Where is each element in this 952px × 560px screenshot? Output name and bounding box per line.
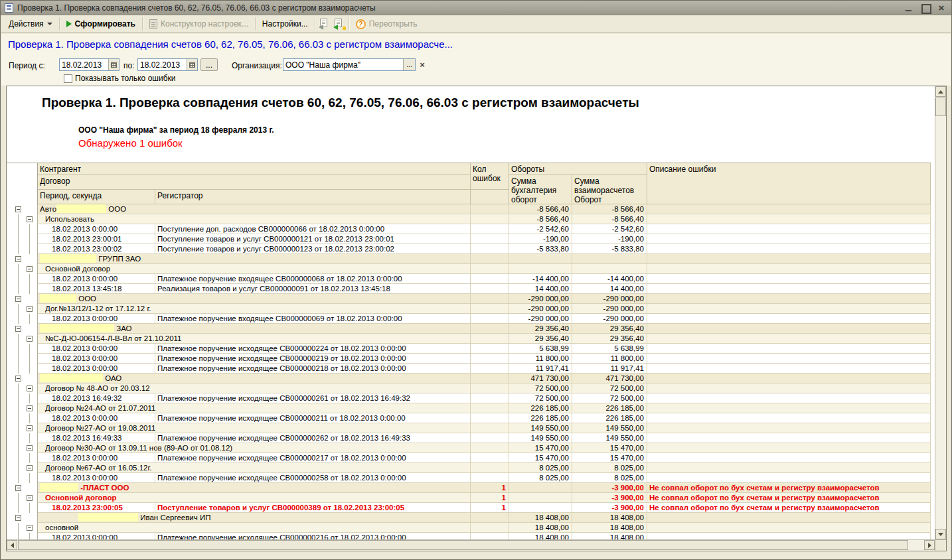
settings-button[interactable]: Настройки... — [258, 17, 313, 31]
vertical-scrollbar[interactable] — [935, 86, 946, 539]
save-settings-button[interactable] — [332, 17, 347, 31]
scroll-down-button[interactable] — [935, 529, 946, 539]
table-row[interactable]: 18.02.2013 0:00:00Платежное поручение ис… — [7, 364, 931, 374]
tree-cell — [7, 433, 38, 443]
minimize-button[interactable] — [905, 4, 914, 12]
period-more-button[interactable]: ... — [200, 58, 218, 71]
table-row[interactable]: ЗАО29 356,4029 356,40 — [7, 324, 931, 334]
collapse-icon[interactable] — [15, 326, 21, 332]
sum-settlements-cell: 15 470,00 — [572, 453, 647, 463]
table-row[interactable]: Использовать-8 566,40-8 566,40 — [7, 214, 931, 224]
table-row[interactable]: Договор №67-АО от 16.05.12г.8 025,008 02… — [7, 463, 931, 473]
horizontal-scroll-thumb[interactable] — [18, 540, 908, 550]
table-row[interactable]: 18.02.2013 0:00:00Платежное поручение ис… — [7, 344, 931, 354]
table-row[interactable]: Договор № 48-АО от 20.03.1272 500,0072 5… — [7, 384, 931, 393]
collapse-icon[interactable] — [27, 495, 33, 501]
collapse-icon[interactable] — [27, 266, 33, 272]
table-row[interactable]: Основной договор — [7, 264, 931, 274]
period-from-input[interactable] — [60, 60, 108, 70]
collapse-icon[interactable] — [27, 405, 33, 411]
period-to-input[interactable] — [138, 60, 187, 70]
collapse-icon[interactable] — [27, 525, 33, 531]
collapse-icon[interactable] — [15, 376, 21, 382]
table-row[interactable]: 18.02.2013 16:49:33Платежное поручение и… — [7, 433, 931, 443]
horizontal-scrollbar[interactable] — [7, 539, 935, 551]
collapse-icon[interactable] — [27, 336, 33, 342]
table-row[interactable]: Авто ООО-8 566,40-8 566,40 — [7, 204, 931, 214]
table-row[interactable]: Договор №24-АО от 21.07.2011226 185,0022… — [7, 403, 931, 413]
table-row[interactable]: 18.02.2013 23:00:02Поступление товаров и… — [7, 244, 931, 254]
app-window: Проверка 1. Проверка совпадения счетов 6… — [0, 0, 952, 560]
report-canvas[interactable]: Проверка 1. Проверка совпадения счетов 6… — [7, 86, 935, 539]
collapse-icon[interactable] — [15, 485, 21, 491]
highlight-redaction — [40, 254, 96, 263]
generate-button[interactable]: Сформировать — [62, 17, 140, 31]
sum-accounting-cell: -14 400,00 — [509, 274, 572, 284]
table-row[interactable]: ОАО471 730,00471 730,00 — [7, 374, 931, 384]
table-row[interactable]: 18.02.2013 0:00:00Поступление доп. расхо… — [7, 224, 931, 234]
table-row[interactable]: Основной договор1-3 900,00Не совпал обор… — [7, 493, 931, 503]
table-row[interactable]: 18.02.2013 0:00:00Платежное поручение ис… — [7, 413, 931, 423]
table-row[interactable]: основной18 408,0018 408,00 — [7, 523, 931, 533]
actions-button[interactable]: Действия — [4, 17, 57, 31]
collapse-icon[interactable] — [27, 425, 33, 431]
tree-cell — [7, 473, 38, 483]
reopen-button[interactable]: ? Переоткрыть — [351, 17, 422, 31]
table-row[interactable]: 18.02.2013 0:00:00Платежное поручение ис… — [7, 354, 931, 364]
organization-field: ... — [283, 58, 416, 71]
collapse-icon[interactable] — [15, 296, 21, 302]
scroll-right-button[interactable] — [924, 540, 935, 550]
table-row[interactable]: ООО-290 000,00-290 000,00 — [7, 294, 931, 304]
header-contract: Договор — [38, 175, 471, 190]
collapse-icon[interactable] — [15, 256, 21, 262]
maximize-button[interactable] — [921, 4, 930, 12]
calendar-icon[interactable] — [187, 59, 197, 70]
table-row[interactable]: 18.02.2013 0:00:00Платежное поручение ис… — [7, 473, 931, 483]
collapse-icon[interactable] — [15, 206, 21, 212]
table-row[interactable]: Дог.№13/12/1-12 от 17.12.12 г.-290 000,0… — [7, 304, 931, 314]
close-button[interactable]: × — [937, 4, 946, 12]
table-row[interactable]: №С-Д-Ю-006154-Л-В-Вл от 21.10.201129 356… — [7, 334, 931, 344]
tree-cell — [7, 403, 38, 413]
collapse-icon[interactable] — [27, 385, 33, 391]
registrar-cell: Поступление товаров и услуг СВ000000389 … — [155, 503, 471, 513]
table-row[interactable]: 18.02.2013 0:00:00Платежное поручение ис… — [7, 533, 931, 539]
scroll-up-button[interactable] — [935, 86, 946, 97]
table-row[interactable]: Иван Сергеевич ИП18 408,0018 408,00 — [7, 513, 931, 523]
organization-more-button[interactable]: ... — [403, 59, 415, 70]
table-row[interactable]: -ПЛАСТ ООО1-3 900,00Не совпал оборот по … — [7, 483, 931, 493]
error-description-cell — [647, 344, 931, 354]
collapse-icon[interactable] — [27, 216, 33, 222]
table-body: Авто ООО-8 566,40-8 566,40 Использовать-… — [7, 204, 931, 539]
scroll-left-button[interactable] — [7, 540, 17, 550]
period-cell: 18.02.2013 13:45:18 — [38, 284, 155, 294]
toolbar-separator — [255, 17, 256, 31]
table-row[interactable]: 18.02.2013 16:49:32Платежное поручение и… — [7, 393, 931, 403]
table-row[interactable]: 18.02.2013 0:00:00Платежное поручение ис… — [7, 453, 931, 463]
organization-input[interactable] — [283, 60, 403, 70]
table-row[interactable]: Договор №30-АО от 13.09.11 нов (89-АО от… — [7, 443, 931, 453]
table-row[interactable]: ГРУПП ЗАО — [7, 254, 931, 264]
show-errors-only-checkbox[interactable] — [64, 74, 72, 83]
error-count-cell — [471, 314, 509, 324]
collapse-icon[interactable] — [27, 306, 33, 312]
organization-clear-button[interactable]: × — [417, 58, 428, 71]
table-row[interactable]: 18.02.2013 0:00:00Платежное поручение вх… — [7, 314, 931, 324]
sum-settlements-cell: 149 550,00 — [572, 423, 647, 433]
table-row[interactable]: 18.02.2013 0:00:00Платежное поручение вх… — [7, 274, 931, 284]
tree-cell — [7, 314, 38, 324]
collapse-icon[interactable] — [27, 445, 33, 451]
load-settings-button[interactable] — [317, 17, 332, 31]
table-row[interactable]: Договор №27-АО от 19.08.2011149 550,0014… — [7, 423, 931, 433]
settings-constructor-button[interactable]: Конструктор настроек... — [145, 17, 253, 31]
collapse-icon[interactable] — [27, 465, 33, 471]
collapse-icon[interactable] — [15, 515, 21, 521]
table-row[interactable]: 18.02.2013 23:00:01Поступление товаров и… — [7, 234, 931, 244]
vertical-scroll-thumb[interactable] — [935, 98, 946, 116]
table-row[interactable]: 18.02.2013 13:45:18Реализация товаров и … — [7, 284, 931, 294]
sum-accounting-cell: -8 566,40 — [509, 204, 572, 214]
sum-accounting-cell: 72 500,00 — [509, 384, 572, 393]
form-heading: Проверка 1. Проверка совпадения счетов 6… — [8, 38, 453, 50]
calendar-icon[interactable] — [108, 59, 119, 70]
table-row[interactable]: 18.02.2013 23:00:05Поступление товаров и… — [7, 503, 931, 513]
